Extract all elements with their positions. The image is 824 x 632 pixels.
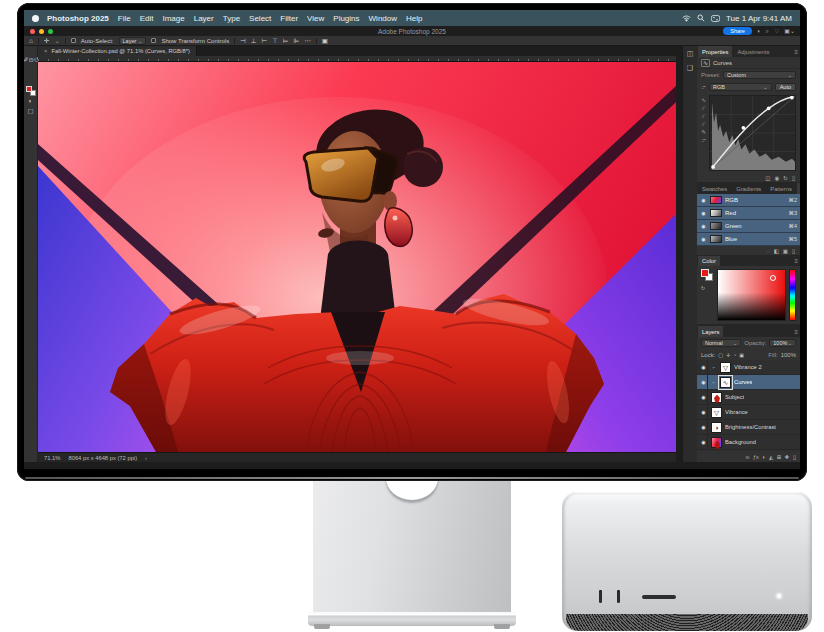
home-icon[interactable]: ⌂ [29, 37, 33, 44]
lock-position-icon[interactable]: ✛ [726, 352, 730, 358]
tab-patterns[interactable]: Patterns [766, 183, 796, 194]
layer-row-background[interactable]: ◉ Background [697, 435, 800, 450]
layer-name[interactable]: Curves [734, 379, 752, 385]
add-mask-icon[interactable]: ◐ [762, 454, 765, 460]
foreground-color-swatch[interactable] [701, 269, 709, 277]
layer-style-icon[interactable]: ƒx [753, 454, 759, 460]
menu-item-layer[interactable]: Layer [194, 14, 214, 23]
wifi-icon[interactable] [682, 15, 691, 22]
load-selection-icon[interactable]: ◌ [766, 248, 769, 254]
delete-layer-icon[interactable]: ▯ [793, 454, 796, 460]
auto-select-dropdown[interactable]: Layer ⌄ [119, 37, 147, 45]
menu-item-filter[interactable]: Filter [280, 14, 298, 23]
color-picker-ring[interactable] [770, 275, 776, 281]
align-center-icon[interactable]: ⊥ [251, 37, 257, 45]
layer-thumbnail[interactable] [711, 437, 722, 448]
menu-item-edit[interactable]: Edit [140, 14, 154, 23]
menu-item-help[interactable]: Help [406, 14, 422, 23]
delete-icon[interactable]: ▯ [792, 175, 795, 181]
search-icon[interactable]: ⌕ [766, 27, 769, 35]
status-chevron-icon[interactable]: › [145, 455, 147, 461]
eye-icon[interactable]: ◉ [700, 394, 707, 400]
channel-row-green[interactable]: ◉ Green ⌘4 [697, 220, 800, 233]
panel-menu-icon[interactable]: ≡ [794, 49, 798, 55]
visibility-icon[interactable]: ◉ [775, 175, 780, 181]
adjustment-thumbnail[interactable]: ▽ [711, 407, 722, 418]
history-panel-icon[interactable]: ◫ [687, 50, 694, 58]
adjustment-thumbnail[interactable]: ◑ [711, 422, 722, 433]
tab-layers[interactable]: Layers [698, 326, 723, 337]
saturation-square[interactable] [717, 269, 786, 321]
menu-item-window[interactable]: Window [369, 14, 397, 23]
layer-name[interactable]: Vibrance [725, 409, 748, 415]
spotlight-search-icon[interactable] [697, 14, 705, 22]
eye-icon[interactable]: ◉ [700, 379, 707, 385]
channel-row-blue[interactable]: ◉ Blue ⌘5 [697, 233, 800, 246]
align-right-icon[interactable]: ⊢ [261, 37, 267, 45]
panel-menu-icon[interactable]: ≡ [794, 329, 798, 335]
channel-row-rgb[interactable]: ◉ RGB ⌘2 [697, 194, 800, 207]
auto-select-checkbox[interactable] [71, 38, 76, 43]
lock-transparent-icon[interactable]: ▢ [718, 352, 723, 358]
layer-row-brightness-contrast[interactable]: ◉ ◑ Brightness/Contrast [697, 420, 800, 435]
menu-item-view[interactable]: View [307, 14, 324, 23]
curves-graph[interactable] [709, 95, 796, 171]
opacity-dropdown[interactable]: 100%⌄ [769, 339, 796, 347]
new-adjustment-icon[interactable]: ◭ [769, 454, 773, 460]
channel-dropdown[interactable]: RGB⌄ [709, 83, 772, 91]
pencil-icon[interactable]: ✎ [701, 129, 706, 135]
menu-item-type[interactable]: Type [223, 14, 240, 23]
tab-adjustments[interactable]: Adjustments [733, 46, 773, 57]
menu-item-select[interactable]: Select [249, 14, 271, 23]
new-layer-icon[interactable]: ✚ [785, 454, 790, 460]
adjustment-thumbnail[interactable]: ∿ [720, 377, 731, 388]
tab-color[interactable]: Color [698, 256, 720, 266]
eye-icon[interactable]: ◉ [700, 197, 707, 203]
eye-icon[interactable]: ◉ [700, 409, 707, 415]
panel-menu-icon[interactable]: ≡ [794, 258, 798, 264]
layer-name[interactable]: Background [725, 439, 756, 445]
layer-name[interactable]: Subject [725, 394, 744, 400]
auto-button[interactable]: Auto [775, 83, 796, 91]
more-options-icon[interactable]: ⋯ [304, 37, 311, 45]
eye-icon[interactable]: ◉ [700, 364, 707, 370]
lock-artboard-icon[interactable]: ◔ [733, 352, 736, 358]
adjustment-thumbnail[interactable]: ▽ [720, 362, 731, 373]
eyedropper-white-icon[interactable]: ∕ [703, 121, 704, 127]
quick-mask-icon[interactable]: ◐ [25, 96, 37, 106]
layer-name[interactable]: Vibrance 2 [734, 364, 762, 370]
layer-row-curves[interactable]: ◉ ⌐ ∿ Curves [697, 375, 800, 390]
eye-icon[interactable]: ◉ [700, 424, 707, 430]
distribute-h-icon[interactable]: ⊨ [283, 37, 289, 45]
eye-icon[interactable]: ◉ [700, 223, 707, 229]
swap-colors-icon[interactable]: ↻ [701, 285, 705, 291]
layer-row-subject[interactable]: ◉ Subject [697, 390, 800, 405]
tab-gradients[interactable]: Gradients [732, 183, 765, 194]
menu-item-photoshop-2025[interactable]: Photoshop 2025 [47, 14, 109, 23]
document-canvas[interactable] [38, 62, 676, 452]
fill-value[interactable]: 100% [781, 352, 796, 358]
align-left-icon[interactable]: ⊣ [240, 37, 246, 45]
eye-icon[interactable]: ◉ [700, 210, 707, 216]
new-channel-icon[interactable]: ▣ [783, 248, 788, 254]
eyedropper-black-icon[interactable]: ∕ [703, 105, 704, 111]
clip-to-layer-icon[interactable]: ◫ [765, 175, 770, 181]
smooth-icon[interactable]: ☞ [701, 137, 706, 143]
screen-mode-icon[interactable]: ▢ [25, 106, 37, 116]
eyedropper-gray-icon[interactable]: ∕ [703, 113, 704, 119]
curve-edit-icon[interactable]: ∿ [701, 97, 706, 103]
zoom-level[interactable]: 71.1% [44, 455, 60, 461]
layer-row-vibrance-2[interactable]: ◉ ⌐ ▽ Vibrance 2 [697, 360, 800, 375]
reset-icon[interactable]: ↻ [783, 175, 788, 181]
show-transform-checkbox[interactable] [151, 38, 156, 43]
control-center-icon[interactable] [711, 15, 720, 22]
comments-panel-icon[interactable]: ❑ [687, 64, 693, 72]
hue-slider[interactable] [789, 269, 796, 321]
foreground-color-swatch[interactable] [26, 86, 32, 92]
preset-dropdown[interactable]: Custom⌄ [723, 71, 796, 79]
tab-swatches[interactable]: Swatches [698, 183, 731, 194]
apple-logo-icon[interactable] [32, 15, 39, 22]
layer-thumbnail[interactable] [711, 392, 722, 403]
delete-channel-icon[interactable]: ▯ [792, 248, 795, 254]
tab-properties[interactable]: Properties [698, 46, 732, 57]
